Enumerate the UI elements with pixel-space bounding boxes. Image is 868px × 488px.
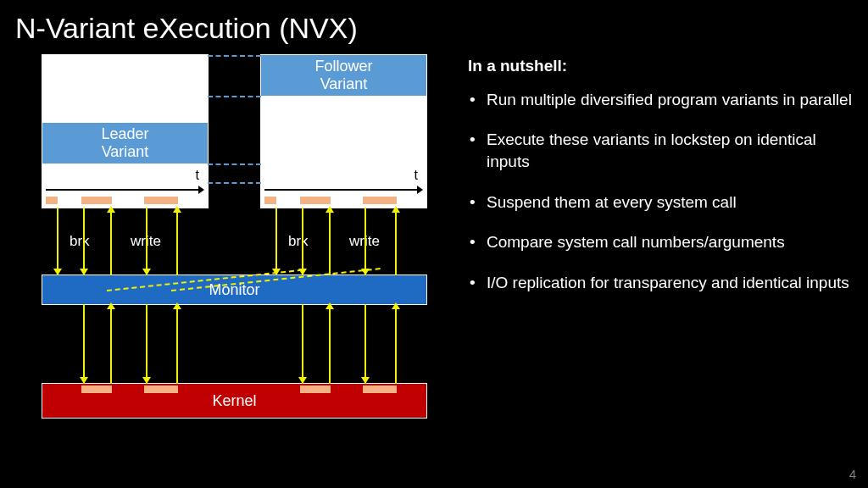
arrowhead-down-icon bbox=[298, 269, 307, 275]
segment bbox=[300, 197, 331, 204]
arrow-line bbox=[110, 208, 112, 275]
kernel-segment bbox=[81, 385, 112, 393]
arrow-line bbox=[110, 304, 112, 384]
arrowhead-up-icon bbox=[392, 206, 400, 213]
bullet-item: Compare system call numbers/arguments bbox=[468, 231, 853, 253]
segment bbox=[144, 197, 178, 204]
arrowhead-down-icon bbox=[361, 377, 370, 384]
arrow-line bbox=[329, 208, 331, 275]
lockstep-line bbox=[208, 164, 261, 165]
arrowhead-down-icon bbox=[361, 269, 370, 275]
arrowhead-down-icon bbox=[272, 269, 281, 275]
slide-content: Leader Variant t Follower Variant t bbox=[0, 45, 868, 453]
arrowhead-down-icon bbox=[142, 377, 151, 384]
kernel-segment bbox=[144, 385, 178, 393]
arrow-line bbox=[146, 208, 147, 275]
kernel-segment bbox=[300, 385, 331, 393]
arrowhead-up-icon bbox=[107, 206, 115, 213]
segment bbox=[46, 197, 58, 204]
arrowhead-up-icon bbox=[173, 302, 181, 309]
arrow-line bbox=[395, 208, 397, 275]
bullet-item: Suspend them at every system call bbox=[468, 191, 853, 214]
arrowhead-down-icon bbox=[80, 269, 88, 275]
monitor-bar: Monitor bbox=[42, 275, 426, 304]
arrow-line bbox=[364, 304, 366, 384]
arrow-line bbox=[329, 304, 331, 384]
time-axis-label: t bbox=[196, 168, 199, 183]
arrow-line bbox=[83, 304, 85, 384]
arrowhead-down-icon bbox=[142, 269, 151, 275]
arrow-line bbox=[302, 304, 303, 384]
arrow-line bbox=[176, 208, 178, 275]
arrow-line bbox=[364, 208, 366, 275]
arrowhead-up-icon bbox=[392, 302, 400, 309]
page-number: 4 bbox=[849, 467, 856, 481]
arrowhead-up-icon bbox=[326, 206, 334, 213]
slide-title: N-Variant eXecution (NVX) bbox=[0, 0, 868, 45]
arrowhead-down-icon bbox=[53, 269, 62, 275]
arrowhead-up-icon bbox=[326, 302, 334, 309]
arrow-line bbox=[176, 304, 178, 384]
text-panel: In a nutshell: Run multiple diversified … bbox=[468, 55, 853, 453]
arrow-line bbox=[146, 304, 147, 384]
arrow-line bbox=[57, 208, 58, 275]
follower-variant-box: Follower Variant t bbox=[261, 55, 426, 208]
bullet-item: I/O replication for transparency and ide… bbox=[468, 272, 853, 294]
bullet-item: Run multiple diversified program variant… bbox=[468, 89, 853, 111]
syscall-brk-left: brk bbox=[70, 233, 90, 250]
bullet-list: Run multiple diversified program variant… bbox=[468, 89, 853, 294]
arrow-line bbox=[302, 208, 303, 275]
nvx-diagram: Leader Variant t Follower Variant t bbox=[15, 55, 448, 453]
arrowhead-up-icon bbox=[173, 206, 181, 213]
arrow-line bbox=[275, 208, 277, 275]
time-axis-label: t bbox=[415, 168, 418, 183]
bullet-item: Execute these variants in lockstep on id… bbox=[468, 129, 853, 172]
segment bbox=[264, 197, 276, 204]
leader-variant-label: Leader Variant bbox=[42, 123, 208, 164]
arrowhead-down-icon bbox=[298, 377, 307, 384]
lockstep-line bbox=[208, 182, 261, 184]
nutshell-heading: In a nutshell: bbox=[468, 55, 853, 77]
time-axis-right: t bbox=[264, 186, 423, 194]
lockstep-line bbox=[208, 96, 261, 97]
arrow-line bbox=[83, 208, 85, 275]
time-axis-left: t bbox=[46, 186, 204, 194]
follower-variant-label: Follower Variant bbox=[261, 55, 426, 96]
kernel-segment bbox=[363, 385, 397, 393]
lockstep-line bbox=[208, 55, 261, 57]
segment bbox=[363, 197, 397, 204]
segment bbox=[81, 197, 112, 204]
arrow-line bbox=[395, 304, 397, 384]
arrowhead-down-icon bbox=[80, 377, 88, 384]
leader-variant-box: Leader Variant t bbox=[42, 55, 208, 208]
arrowhead-up-icon bbox=[107, 302, 115, 309]
syscall-brk-right: brk bbox=[288, 233, 309, 250]
